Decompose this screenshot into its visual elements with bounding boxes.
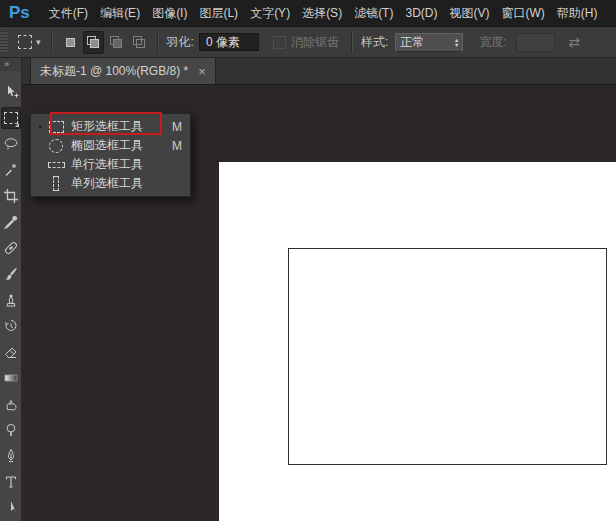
tools-panel: »: [0, 58, 22, 521]
shortcut-key: M: [170, 120, 182, 134]
single-row-marquee-icon: [46, 162, 66, 168]
document-canvas[interactable]: [219, 162, 616, 521]
menu-type[interactable]: 文字(Y): [244, 5, 296, 22]
rectangular-marquee-tool[interactable]: [1, 107, 21, 129]
dodge-icon: [3, 422, 19, 438]
ps-logo: Ps: [9, 3, 30, 23]
gradient-icon: [3, 370, 19, 386]
width-input: [516, 33, 555, 52]
flyout-item-elliptical-marquee[interactable]: 椭圆选框工具 M: [31, 136, 190, 155]
lasso-tool[interactable]: [1, 133, 21, 155]
rectangular-marquee-preset-icon: [18, 35, 32, 49]
menu-file[interactable]: 文件(F): [43, 5, 94, 22]
clone-stamp-icon: [3, 292, 19, 308]
single-column-marquee-icon: [46, 176, 66, 191]
menu-window[interactable]: 窗口(W): [495, 5, 550, 22]
type-tool[interactable]: [1, 471, 21, 493]
red-highlight-annotation: [50, 112, 162, 135]
tool-preset-picker[interactable]: ▾: [14, 33, 45, 51]
width-label: 宽度:: [479, 34, 506, 51]
flyout-item-label: 单列选框工具: [71, 175, 170, 192]
rectangular-marquee-icon: [4, 112, 18, 124]
separator: [157, 31, 159, 53]
type-tool-icon: [3, 474, 19, 490]
dodge-tool[interactable]: [1, 419, 21, 441]
crop-icon: [3, 188, 19, 204]
gradient-tool[interactable]: [1, 367, 21, 389]
magic-wand-icon: [3, 162, 19, 178]
menu-layer[interactable]: 图层(L): [193, 5, 244, 22]
smudge-tool[interactable]: [1, 393, 21, 415]
style-label: 样式:: [361, 34, 388, 51]
history-brush-tool[interactable]: [1, 315, 21, 337]
menu-edit[interactable]: 编辑(E): [94, 5, 146, 22]
subtract-from-selection-button[interactable]: [106, 31, 127, 54]
lasso-icon: [3, 136, 19, 152]
intersect-selection-icon: [132, 35, 146, 49]
antialias-label: 消除锯齿: [291, 34, 339, 51]
pen-icon: [3, 448, 19, 464]
photoshop-window: Ps 文件(F) 编辑(E) 图像(I) 图层(L) 文字(Y) 选择(S) 滤…: [0, 0, 616, 521]
active-tool-indicator-icon: ▪: [35, 122, 46, 131]
path-selection-icon: [3, 500, 19, 516]
collapse-panel-button[interactable]: »: [0, 58, 21, 71]
menu-view[interactable]: 视图(V): [443, 5, 495, 22]
menu-filter[interactable]: 滤镜(T): [348, 5, 399, 22]
add-to-selection-icon: [86, 35, 100, 49]
tools-panel-grip: [3, 74, 19, 75]
intersect-selection-button[interactable]: [129, 31, 150, 54]
style-dropdown[interactable]: 正常 ▴▾: [395, 33, 463, 52]
smudge-icon: [3, 396, 19, 412]
move-tool[interactable]: [1, 81, 21, 103]
brush-icon: [3, 266, 19, 282]
options-bar: ▾ 羽化: 0 像素 消除锯齿 样式: 正常 ▴▾ 宽度:: [0, 27, 616, 58]
elliptical-marquee-icon: [46, 139, 66, 153]
pen-tool[interactable]: [1, 445, 21, 467]
history-brush-icon: [3, 318, 19, 334]
feather-input[interactable]: 0 像素: [199, 33, 259, 51]
document-tab-bar: 未标题-1 @ 100%(RGB/8) * ×: [22, 58, 616, 85]
crop-tool[interactable]: [1, 185, 21, 207]
flyout-item-single-column-marquee[interactable]: 单列选框工具: [31, 174, 190, 193]
menu-image[interactable]: 图像(I): [146, 5, 193, 22]
add-to-selection-button[interactable]: [83, 31, 104, 54]
feather-value: 0 像素: [206, 34, 240, 51]
antialias-checkbox: [273, 36, 286, 49]
flyout-item-label: 单行选框工具: [71, 156, 170, 173]
selection-rectangle: [288, 248, 607, 465]
flyout-item-label: 椭圆选框工具: [71, 137, 170, 154]
menu-select[interactable]: 选择(S): [296, 5, 348, 22]
spot-healing-brush-tool[interactable]: [1, 237, 21, 259]
new-selection-button[interactable]: [60, 31, 81, 54]
style-value: 正常: [400, 34, 424, 51]
brush-tool[interactable]: [1, 263, 21, 285]
flyout-item-single-row-marquee[interactable]: 单行选框工具: [31, 155, 190, 174]
path-selection-tool[interactable]: [1, 497, 21, 519]
clone-stamp-tool[interactable]: [1, 289, 21, 311]
spinner-icon: ▴▾: [455, 37, 458, 47]
spot-healing-brush-icon: [3, 240, 19, 256]
new-selection-icon: [63, 35, 77, 49]
document-tab[interactable]: 未标题-1 @ 100%(RGB/8) * ×: [30, 58, 216, 84]
chevron-down-icon: ▾: [36, 38, 41, 47]
separator: [351, 31, 353, 53]
eyedropper-icon: [3, 214, 19, 230]
separator: [51, 31, 53, 53]
move-tool-icon: [3, 84, 19, 100]
shortcut-key: M: [170, 139, 182, 153]
magic-wand-tool[interactable]: [1, 159, 21, 181]
feather-label: 羽化:: [167, 34, 194, 51]
swap-dimensions-icon: ⇄: [569, 34, 581, 50]
eraser-icon: [3, 344, 19, 360]
menu-help[interactable]: 帮助(H): [551, 5, 604, 22]
subtract-from-selection-icon: [109, 35, 123, 49]
eraser-tool[interactable]: [1, 341, 21, 363]
close-icon[interactable]: ×: [198, 65, 206, 78]
eyedropper-tool[interactable]: [1, 211, 21, 233]
document-tab-title: 未标题-1 @ 100%(RGB/8) *: [40, 63, 188, 80]
options-bar-grip: [0, 31, 8, 53]
menu-bar: Ps 文件(F) 编辑(E) 图像(I) 图层(L) 文字(Y) 选择(S) 滤…: [0, 0, 616, 27]
menu-3d[interactable]: 3D(D): [399, 6, 443, 20]
